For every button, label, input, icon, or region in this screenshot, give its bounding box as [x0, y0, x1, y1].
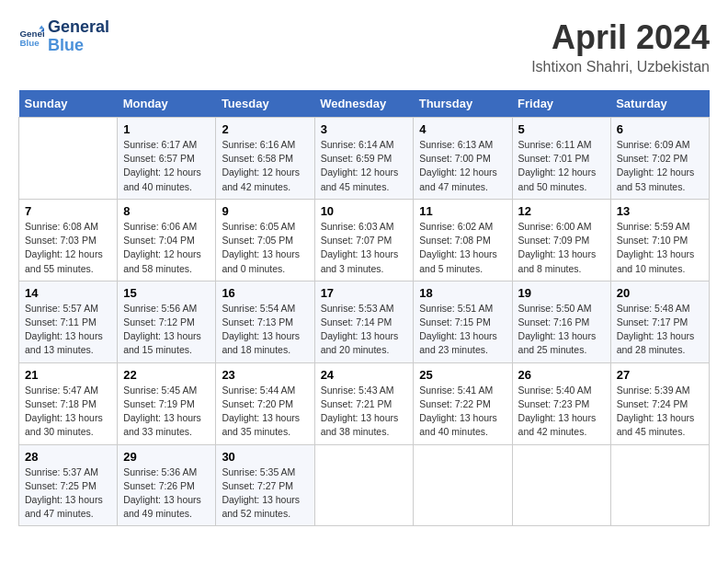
calendar-cell: 1Sunrise: 6:17 AM Sunset: 6:57 PM Daylig… — [118, 118, 216, 200]
calendar-cell — [610, 444, 709, 526]
day-number: 13 — [617, 204, 703, 218]
day-number: 24 — [321, 368, 408, 382]
weekday-header-sunday: Sunday — [19, 90, 118, 118]
day-number: 7 — [25, 204, 111, 218]
calendar-cell — [512, 444, 610, 526]
day-info: Sunrise: 6:13 AM Sunset: 7:00 PM Dayligh… — [419, 138, 506, 194]
calendar-cell — [314, 444, 414, 526]
day-info: Sunrise: 5:57 AM Sunset: 7:11 PM Dayligh… — [25, 302, 111, 358]
day-info: Sunrise: 6:09 AM Sunset: 7:02 PM Dayligh… — [617, 138, 703, 194]
day-info: Sunrise: 6:06 AM Sunset: 7:04 PM Dayligh… — [123, 220, 210, 276]
day-number: 19 — [518, 286, 605, 300]
calendar-cell: 24Sunrise: 5:43 AM Sunset: 7:21 PM Dayli… — [314, 362, 414, 444]
day-number: 18 — [419, 286, 506, 300]
day-info: Sunrise: 5:44 AM Sunset: 7:20 PM Dayligh… — [222, 384, 308, 440]
day-info: Sunrise: 5:45 AM Sunset: 7:19 PM Dayligh… — [123, 384, 210, 440]
title-block: April 2024 Ishtixon Shahri, Uzbekistan — [531, 18, 710, 75]
day-number: 10 — [321, 204, 408, 218]
day-number: 23 — [222, 368, 308, 382]
day-number: 25 — [419, 368, 506, 382]
day-info: Sunrise: 5:50 AM Sunset: 7:16 PM Dayligh… — [518, 302, 605, 358]
day-info: Sunrise: 6:17 AM Sunset: 6:57 PM Dayligh… — [123, 138, 210, 194]
calendar-cell: 22Sunrise: 5:45 AM Sunset: 7:19 PM Dayli… — [118, 362, 216, 444]
main-title: April 2024 — [531, 18, 710, 57]
logo-text: General Blue — [48, 18, 109, 55]
day-info: Sunrise: 5:48 AM Sunset: 7:17 PM Dayligh… — [617, 302, 703, 358]
header: General Blue General Blue April 2024 Ish… — [18, 18, 710, 75]
subtitle: Ishtixon Shahri, Uzbekistan — [531, 59, 710, 75]
day-number: 4 — [419, 122, 506, 136]
calendar-cell: 23Sunrise: 5:44 AM Sunset: 7:20 PM Dayli… — [216, 362, 314, 444]
day-number: 15 — [123, 286, 210, 300]
calendar-cell: 7Sunrise: 6:08 AM Sunset: 7:03 PM Daylig… — [19, 199, 118, 281]
logo-icon: General Blue — [18, 24, 44, 50]
day-number: 29 — [123, 450, 210, 464]
day-info: Sunrise: 5:47 AM Sunset: 7:18 PM Dayligh… — [25, 384, 111, 440]
calendar-table: SundayMondayTuesdayWednesdayThursdayFrid… — [18, 90, 710, 526]
day-number: 27 — [617, 368, 703, 382]
week-row-5: 28Sunrise: 5:37 AM Sunset: 7:25 PM Dayli… — [19, 444, 710, 526]
calendar-cell: 27Sunrise: 5:39 AM Sunset: 7:24 PM Dayli… — [610, 362, 709, 444]
weekday-header-wednesday: Wednesday — [314, 90, 414, 118]
day-number: 28 — [25, 450, 111, 464]
calendar-cell: 5Sunrise: 6:11 AM Sunset: 7:01 PM Daylig… — [512, 118, 610, 200]
calendar-cell: 26Sunrise: 5:40 AM Sunset: 7:23 PM Dayli… — [512, 362, 610, 444]
calendar-cell — [19, 118, 118, 200]
calendar-cell: 14Sunrise: 5:57 AM Sunset: 7:11 PM Dayli… — [19, 281, 118, 362]
day-number: 3 — [321, 122, 408, 136]
calendar-cell: 16Sunrise: 5:54 AM Sunset: 7:13 PM Dayli… — [216, 281, 314, 362]
calendar-cell: 4Sunrise: 6:13 AM Sunset: 7:00 PM Daylig… — [414, 118, 512, 200]
calendar-cell: 25Sunrise: 5:41 AM Sunset: 7:22 PM Dayli… — [414, 362, 512, 444]
day-number: 5 — [518, 122, 605, 136]
calendar-cell: 18Sunrise: 5:51 AM Sunset: 7:15 PM Dayli… — [414, 281, 512, 362]
day-info: Sunrise: 5:35 AM Sunset: 7:27 PM Dayligh… — [222, 465, 308, 522]
calendar-cell: 6Sunrise: 6:09 AM Sunset: 7:02 PM Daylig… — [610, 118, 709, 200]
day-number: 6 — [617, 122, 703, 136]
calendar-cell: 30Sunrise: 5:35 AM Sunset: 7:27 PM Dayli… — [216, 444, 314, 526]
day-info: Sunrise: 6:05 AM Sunset: 7:05 PM Dayligh… — [222, 220, 308, 276]
calendar-cell: 13Sunrise: 5:59 AM Sunset: 7:10 PM Dayli… — [610, 199, 709, 281]
calendar-cell: 15Sunrise: 5:56 AM Sunset: 7:12 PM Dayli… — [118, 281, 216, 362]
day-number: 8 — [123, 204, 210, 218]
day-number: 20 — [617, 286, 703, 300]
calendar-cell: 11Sunrise: 6:02 AM Sunset: 7:08 PM Dayli… — [414, 199, 512, 281]
day-number: 21 — [25, 368, 111, 382]
calendar-cell: 17Sunrise: 5:53 AM Sunset: 7:14 PM Dayli… — [314, 281, 414, 362]
day-number: 26 — [518, 368, 605, 382]
calendar-cell: 9Sunrise: 6:05 AM Sunset: 7:05 PM Daylig… — [216, 199, 314, 281]
calendar-cell: 8Sunrise: 6:06 AM Sunset: 7:04 PM Daylig… — [118, 199, 216, 281]
day-number: 17 — [321, 286, 408, 300]
weekday-header-saturday: Saturday — [610, 90, 709, 118]
day-info: Sunrise: 6:00 AM Sunset: 7:09 PM Dayligh… — [518, 220, 605, 276]
day-info: Sunrise: 5:41 AM Sunset: 7:22 PM Dayligh… — [419, 384, 506, 440]
svg-text:Blue: Blue — [19, 38, 40, 48]
calendar-cell: 2Sunrise: 6:16 AM Sunset: 6:58 PM Daylig… — [216, 118, 314, 200]
day-info: Sunrise: 5:37 AM Sunset: 7:25 PM Dayligh… — [25, 465, 111, 522]
calendar-cell: 20Sunrise: 5:48 AM Sunset: 7:17 PM Dayli… — [610, 281, 709, 362]
day-number: 14 — [25, 286, 111, 300]
week-row-1: 1Sunrise: 6:17 AM Sunset: 6:57 PM Daylig… — [19, 118, 710, 200]
weekday-header-thursday: Thursday — [414, 90, 512, 118]
calendar-cell — [414, 444, 512, 526]
day-info: Sunrise: 6:16 AM Sunset: 6:58 PM Dayligh… — [222, 138, 308, 194]
calendar-cell: 29Sunrise: 5:36 AM Sunset: 7:26 PM Dayli… — [118, 444, 216, 526]
weekday-header-friday: Friday — [512, 90, 610, 118]
day-info: Sunrise: 6:02 AM Sunset: 7:08 PM Dayligh… — [419, 220, 506, 276]
day-info: Sunrise: 6:14 AM Sunset: 6:59 PM Dayligh… — [321, 138, 408, 194]
day-number: 2 — [222, 122, 308, 136]
day-info: Sunrise: 6:08 AM Sunset: 7:03 PM Dayligh… — [25, 220, 111, 276]
day-info: Sunrise: 6:03 AM Sunset: 7:07 PM Dayligh… — [321, 220, 408, 276]
weekday-header-tuesday: Tuesday — [216, 90, 314, 118]
weekday-header-monday: Monday — [118, 90, 216, 118]
day-info: Sunrise: 5:59 AM Sunset: 7:10 PM Dayligh… — [617, 220, 703, 276]
week-row-2: 7Sunrise: 6:08 AM Sunset: 7:03 PM Daylig… — [19, 199, 710, 281]
week-row-3: 14Sunrise: 5:57 AM Sunset: 7:11 PM Dayli… — [19, 281, 710, 362]
calendar-cell: 21Sunrise: 5:47 AM Sunset: 7:18 PM Dayli… — [19, 362, 118, 444]
day-number: 9 — [222, 204, 308, 218]
day-info: Sunrise: 5:43 AM Sunset: 7:21 PM Dayligh… — [321, 384, 408, 440]
week-row-4: 21Sunrise: 5:47 AM Sunset: 7:18 PM Dayli… — [19, 362, 710, 444]
weekday-header-row: SundayMondayTuesdayWednesdayThursdayFrid… — [19, 90, 710, 118]
calendar-cell: 3Sunrise: 6:14 AM Sunset: 6:59 PM Daylig… — [314, 118, 414, 200]
day-info: Sunrise: 5:51 AM Sunset: 7:15 PM Dayligh… — [419, 302, 506, 358]
day-number: 11 — [419, 204, 506, 218]
